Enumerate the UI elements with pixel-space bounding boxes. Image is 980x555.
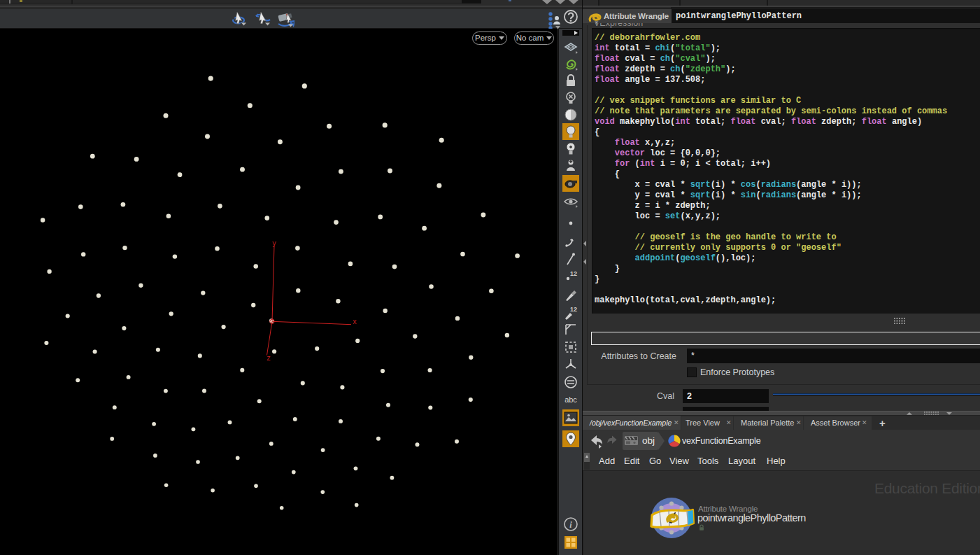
svg-text:12: 12 — [570, 306, 577, 313]
svg-text:x: x — [353, 318, 357, 326]
svg-text:12: 12 — [570, 270, 577, 277]
svg-text:abc: abc — [564, 395, 577, 404]
svg-text:z: z — [267, 355, 271, 363]
svg-text:i: i — [569, 520, 572, 530]
svg-text:y: y — [272, 240, 276, 248]
